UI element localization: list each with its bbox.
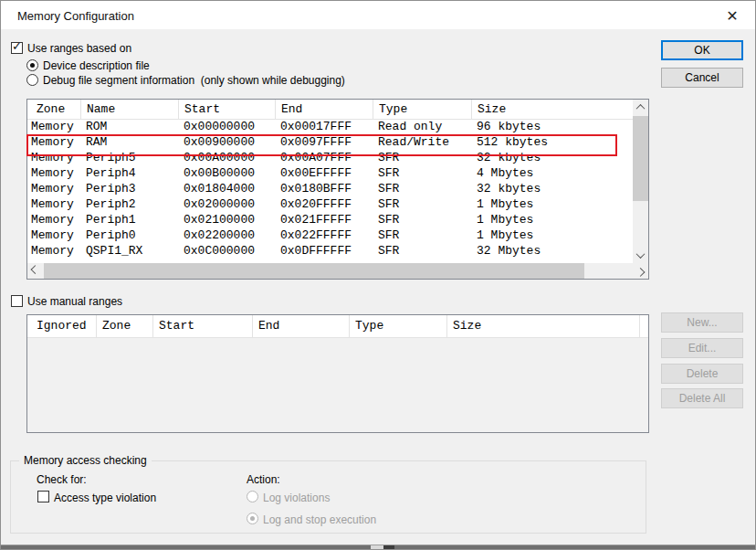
table-row-highlighted[interactable]: MemoryRAM0x009000000x0097FFFFRead/Write5… [27,135,633,151]
debug-segment-radio[interactable] [26,74,38,86]
column-header-zone: Zone [27,100,81,119]
table-row[interactable]: MemoryQSPI1_RX0x0C0000000x0DFFFFFFSFR32 … [27,244,633,259]
manual-table-header: Ignored Zone Start End Type Size [27,315,648,338]
table-row[interactable]: MemoryPeriph50x00A000000x00A07FFFSFR32 k… [27,151,633,166]
column-header-ignored: Ignored [27,315,97,337]
log-violations-label: Log violations [263,492,330,504]
column-header-size: Size [472,100,633,119]
access-type-violation-label: Access type violation [54,492,156,504]
scroll-up-button[interactable] [633,100,648,115]
log-and-stop-label: Log and stop execution [263,513,376,526]
memory-access-groupbox: Memory access checking Check for: Access… [10,460,646,534]
log-violations-radio[interactable] [247,491,258,502]
column-header-zone: Zone [97,315,153,337]
device-ranges-table: Zone Name Start End Type Size MemoryROM0… [26,99,649,280]
new-button[interactable]: New... [661,312,743,333]
checkmark-icon: ✓ [12,40,22,52]
table-row[interactable]: MemoryPeriph00x022000000x022FFFFFSFR1 Mb… [27,228,633,244]
table-row[interactable]: MemoryROM0x000000000x00017FFFRead only96… [27,120,633,135]
device-description-label: Device description file [43,59,150,72]
vertical-scrollbar[interactable] [633,100,648,263]
use-ranges-label: Use ranges based on [27,42,131,55]
vertical-scroll-thumb[interactable] [633,116,648,201]
action-label: Action: [247,473,280,486]
memory-configuration-dialog: Memory Configuration ✕ ✓ Use ranges base… [0,0,756,550]
horizontal-scroll-thumb[interactable] [44,263,584,279]
title-bar: Memory Configuration ✕ [1,1,755,29]
manual-ranges-table: Ignored Zone Start End Type Size [26,314,649,433]
dialog-title: Memory Configuration [17,9,134,23]
manual-table-body-empty [27,338,648,432]
table-row[interactable]: MemoryPeriph40x00B000000x00EFFFFFSFR4 Mb… [27,166,633,182]
table-row[interactable]: MemoryPeriph20x020000000x020FFFFFSFR1 Mb… [27,197,633,213]
groupbox-title: Memory access checking [19,454,152,467]
device-table-body: MemoryROM0x000000000x00017FFFRead only96… [27,120,633,259]
column-header-size: Size [447,315,640,337]
chevron-down-icon [636,249,646,259]
scroll-right-button[interactable] [633,263,648,279]
access-type-violation-checkbox[interactable] [37,491,49,502]
device-description-radio[interactable] [26,59,38,71]
device-table-header: Zone Name Start End Type Size [27,100,633,120]
cancel-button[interactable]: Cancel [661,68,743,88]
delete-button[interactable]: Delete [661,364,743,384]
table-row[interactable]: MemoryPeriph10x021000000x021FFFFFSFR1 Mb… [27,213,633,228]
column-header-type: Type [350,315,447,337]
scroll-down-button[interactable] [633,248,648,263]
chevron-up-icon [636,104,646,113]
use-ranges-checkbox[interactable]: ✓ [11,42,23,54]
edit-button[interactable]: Edit... [661,338,743,358]
column-header-start: Start [153,315,253,337]
table-row[interactable]: MemoryPeriph30x018040000x0180BFFFSFR32 k… [27,182,633,197]
column-header-start: Start [179,100,276,119]
ok-button[interactable]: OK [661,40,743,60]
debug-segment-label: Debug file segment information (only sho… [43,74,345,87]
chevron-left-icon [31,265,40,274]
delete-all-button[interactable]: Delete All [661,388,743,408]
chevron-right-icon [636,268,646,277]
close-icon[interactable]: ✕ [720,5,744,26]
check-for-label: Check for: [37,473,87,486]
column-header-name: Name [81,100,179,119]
use-manual-ranges-label: Use manual ranges [27,295,122,308]
use-manual-ranges-checkbox[interactable] [11,295,23,307]
window-bottom-edge [1,545,755,549]
column-header-end: End [276,100,373,119]
log-and-stop-radio[interactable] [247,513,258,524]
horizontal-scrollbar[interactable] [27,263,648,279]
column-header-type: Type [373,100,472,119]
column-header-end: End [253,315,350,337]
scroll-left-button[interactable] [27,263,43,279]
